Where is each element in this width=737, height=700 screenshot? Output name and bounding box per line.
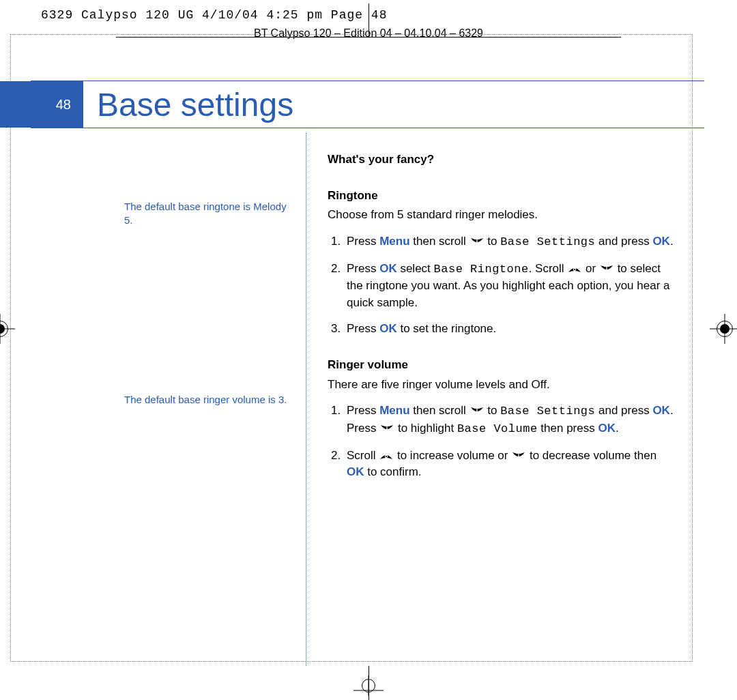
page-number-box: 48: [0, 81, 83, 128]
column-divider: [306, 133, 306, 666]
ok-keyword: OK: [652, 404, 670, 417]
side-note-volume: The default base ringer volume is 3.: [124, 393, 295, 407]
page-title: Base settings: [83, 81, 293, 128]
crop-mark: [369, 666, 369, 700]
ok-keyword: OK: [379, 262, 397, 275]
ok-keyword: OK: [379, 322, 397, 335]
list-item: Press Menu then scroll to Base Settings …: [344, 403, 676, 437]
menu-keyword: Menu: [379, 235, 409, 248]
ringtone-intro: Choose from 5 standard ringer melodies.: [328, 207, 676, 224]
scroll-down-icon: [469, 405, 485, 417]
scroll-down-icon: [469, 235, 485, 248]
subsection-volume-title: Ringer volume: [328, 357, 676, 374]
crop-mark: [369, 3, 369, 38]
scroll-up-icon: [567, 263, 582, 275]
title-band: 48 Base settings: [31, 81, 704, 128]
lcd-text: Base Settings: [500, 235, 595, 248]
page-number: 48: [56, 97, 71, 113]
ok-keyword: OK: [598, 422, 616, 435]
menu-keyword: Menu: [379, 404, 409, 417]
registration-mark-icon: [710, 314, 737, 344]
section-heading: What's your fancy?: [328, 151, 676, 169]
lcd-text: Base Settings: [500, 405, 595, 418]
scroll-up-icon: [379, 450, 394, 462]
ringtone-steps: Press Menu then scroll to Base Settings …: [328, 233, 676, 338]
list-item: Press Menu then scroll to Base Settings …: [344, 233, 676, 251]
subsection-ringtone-title: Ringtone: [328, 188, 676, 205]
lcd-text: Base Volume: [457, 422, 538, 435]
list-item: Scroll to increase volume or to decrease…: [344, 448, 676, 481]
side-note-ringtone: The default base ringtone is Melody 5.: [124, 200, 295, 228]
lcd-text: Base Ringtone: [434, 263, 529, 276]
scroll-down-icon: [511, 450, 526, 462]
list-item: Press OK to set the ringtone.: [344, 321, 676, 338]
registration-mark-icon: [0, 314, 15, 344]
main-content: What's your fancy? Ringtone Choose from …: [328, 151, 676, 491]
volume-steps: Press Menu then scroll to Base Settings …: [328, 403, 676, 481]
scroll-down-icon: [379, 422, 394, 435]
scroll-down-icon: [599, 263, 614, 275]
ok-keyword: OK: [347, 465, 364, 478]
list-item: Press OK select Base Ringtone. Scroll or…: [344, 261, 676, 312]
ok-keyword: OK: [652, 235, 670, 248]
volume-intro: There are five ringer volume levels and …: [328, 377, 676, 394]
